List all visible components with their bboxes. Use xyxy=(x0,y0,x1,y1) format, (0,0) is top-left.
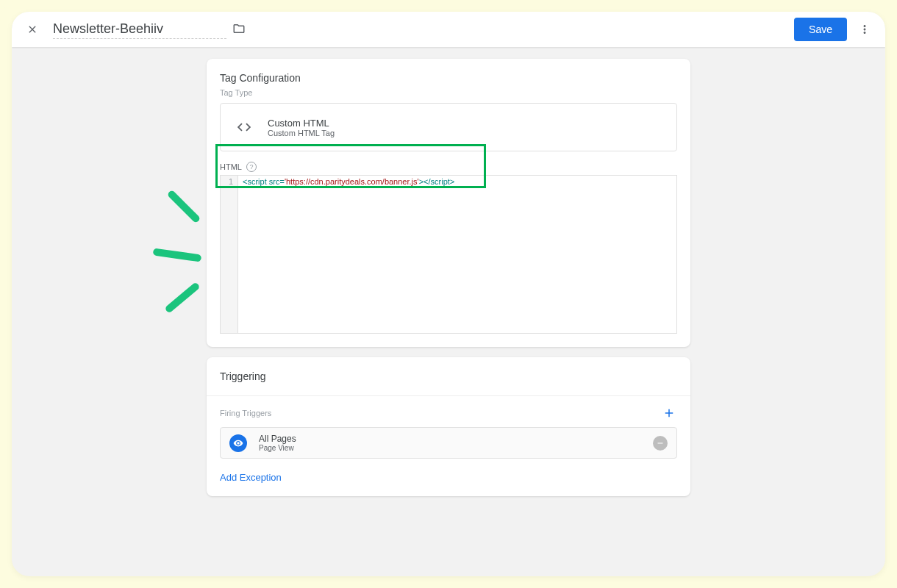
tag-configuration-card: Tag Configuration Tag Type Custom HTML C… xyxy=(207,59,690,347)
more-icon[interactable] xyxy=(856,21,873,38)
trigger-name: All Pages xyxy=(259,434,296,444)
firing-triggers-label: Firing Triggers xyxy=(220,409,271,417)
close-icon[interactable] xyxy=(24,21,41,38)
remove-trigger-icon[interactable] xyxy=(653,436,668,451)
tag-type-label: Tag Type xyxy=(220,88,677,97)
top-bar: Save xyxy=(12,12,885,47)
html-field-label: HTML xyxy=(220,162,242,171)
tag-name-input[interactable] xyxy=(53,20,226,39)
line-number: 1 xyxy=(221,177,233,186)
trigger-row[interactable]: All Pages Page View xyxy=(220,427,677,459)
tag-type-desc: Custom HTML Tag xyxy=(268,129,335,137)
folder-icon[interactable] xyxy=(232,22,247,37)
save-button[interactable]: Save xyxy=(794,18,847,41)
tag-type-selector[interactable]: Custom HTML Custom HTML Tag xyxy=(220,103,677,151)
add-trigger-icon[interactable] xyxy=(661,405,677,421)
code-line-1: <script src='https://cdn.paritydeals.com… xyxy=(238,176,459,333)
pageview-icon xyxy=(229,434,247,452)
editor-gutter: 1 xyxy=(221,176,238,333)
app-window: Save Tag Configuration Tag Type xyxy=(12,12,885,576)
triggering-heading: Triggering xyxy=(207,357,690,396)
trigger-type: Page View xyxy=(259,444,296,452)
triggering-card: Triggering Firing Triggers All Pages xyxy=(207,357,690,496)
tag-type-name: Custom HTML xyxy=(268,118,335,129)
tag-config-heading: Tag Configuration xyxy=(207,59,690,88)
html-code-editor[interactable]: 1 <script src='https://cdn.paritydeals.c… xyxy=(220,175,677,334)
add-exception-link[interactable]: Add Exception xyxy=(207,459,295,496)
code-icon xyxy=(231,114,257,140)
help-icon[interactable]: ? xyxy=(246,162,257,172)
